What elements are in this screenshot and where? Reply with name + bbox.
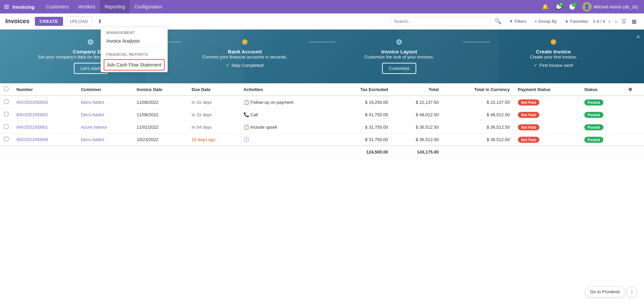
page-wrapper: Invoices CREATE UPLOAD ⬇ 🔍 ▼ Filters ≡ G… — [0, 13, 644, 304]
groupby-button[interactable]: ≡ Group By — [531, 17, 560, 26]
row-number-3[interactable]: INV/2022/00004 — [12, 133, 77, 146]
chat-btn[interactable]: 💬 5 — [553, 1, 564, 12]
step-create-title: Create Invoice — [536, 49, 571, 54]
go-to-frontend-button[interactable]: Go to Frontend — [585, 286, 625, 297]
user-name: Mitchell Admin (db_16) — [594, 4, 638, 9]
step-invoice-layout: Invoice Layout Customize the look of you… — [335, 39, 463, 74]
header-invoice-date[interactable]: Invoice Date — [132, 83, 187, 96]
apps-icon[interactable]: ⊞ — [4, 3, 9, 10]
row-checkbox-3 — [0, 133, 12, 146]
nav-vendors[interactable]: Vendors — [73, 0, 100, 13]
header-customer[interactable]: Customer — [77, 83, 132, 96]
row-customer-0[interactable]: Deco Addict — [77, 96, 132, 108]
row-total-currency-3: $ 36,512.50 — [443, 133, 514, 146]
nav-reporting[interactable]: Reporting — [100, 0, 130, 13]
header-total-currency[interactable]: Total in Currency — [443, 83, 514, 96]
row-customer-3[interactable]: Deco Addict — [77, 133, 132, 146]
select-all-checkbox[interactable] — [4, 87, 8, 91]
row-total-currency-1: $ 48,012.50 — [443, 108, 514, 121]
banner-close-button[interactable]: × — [636, 34, 640, 41]
favorites-button[interactable]: ★ Favorites — [561, 17, 591, 26]
header-due-date[interactable]: Due Date — [187, 83, 239, 96]
row-number-1[interactable]: INV/2022/00002 — [12, 108, 77, 121]
row-payment-status-3: Not Paid — [514, 133, 580, 146]
step-bank-desc: Connect your financial accounts in secon… — [202, 54, 287, 59]
prev-page-button[interactable]: ‹ — [607, 18, 611, 25]
download-button[interactable]: ⬇ — [95, 16, 105, 27]
nav-customers[interactable]: Customers — [41, 0, 73, 13]
header-status[interactable]: Status — [580, 83, 624, 96]
step-bank-completed: ✓ Step Completed! — [226, 63, 264, 68]
header-checkbox-col — [0, 83, 12, 96]
step-create-invoice: ✓ Create Invoice Create your first invoi… — [490, 39, 617, 68]
row-total-2: $ 36,512.50 — [392, 121, 443, 133]
table-footer: 124,500.00 143,175.00 — [0, 146, 644, 158]
step-layout-title: Invoice Layout — [381, 49, 417, 54]
row-status-0: Posted — [580, 96, 624, 108]
row-due-date-3: 15 days ago — [187, 133, 239, 146]
row-select-0[interactable] — [4, 99, 8, 104]
header-tax-excluded[interactable]: Tax Excluded — [334, 83, 392, 96]
row-invoice-date-3: 10/23/2022 — [132, 133, 187, 146]
dropdown-item-invoice-analysis[interactable]: Invoice Analysis — [101, 36, 167, 46]
step-line-2 — [309, 42, 335, 42]
header-settings[interactable]: ⚙ — [624, 83, 644, 96]
filters-button[interactable]: ▼ Filters — [505, 17, 530, 26]
row-checkbox-1 — [0, 108, 12, 121]
header-number[interactable]: Number — [12, 83, 77, 96]
clock-btn[interactable]: 🕐 1 — [567, 1, 578, 12]
table-row: INV/2022/00004 Deco Addict 10/23/2022 15… — [0, 133, 644, 146]
dropdown-item-cashflow[interactable]: Adv Cash Flow Statement — [104, 59, 165, 71]
nav-menu: Customers Vendors Reporting Configuratio… — [41, 0, 167, 13]
row-select-1[interactable] — [4, 112, 8, 116]
filter-icon: ▼ — [509, 19, 513, 24]
step-layout-button[interactable]: Customize — [382, 63, 416, 74]
row-customer-1[interactable]: Deco Addict — [77, 108, 132, 121]
header-activities[interactable]: Activities — [239, 83, 334, 96]
upload-button[interactable]: UPLOAD — [66, 16, 92, 26]
row-activity-2: 📋 Include upsell — [239, 121, 334, 133]
search-input[interactable] — [390, 17, 491, 26]
step-layout-desc: Customize the look of your invoices. — [364, 54, 434, 59]
toolbar-right: 🔍 ▼ Filters ≡ Group By ★ Favorites 1-4 /… — [390, 17, 639, 26]
list-view-button[interactable]: ☰ — [620, 17, 628, 26]
row-select-2[interactable] — [4, 124, 8, 129]
row-payment-status-2: Not Paid — [514, 121, 580, 133]
row-activity-3: 🕐 — [239, 133, 334, 146]
row-number-0[interactable]: INV/2022/00003 — [12, 96, 77, 108]
go-to-frontend-menu-button[interactable]: ⋮ — [627, 287, 637, 297]
step-bank-title: Bank Account — [228, 49, 262, 54]
row-actions-1 — [624, 108, 644, 121]
go-to-frontend-container: Go to Frontend ⋮ — [585, 286, 637, 297]
reporting-dropdown: Management Invoice Analysis Financial re… — [101, 27, 168, 72]
row-invoice-date-1: 11/08/2022 — [132, 108, 187, 121]
create-button[interactable]: CREATE — [35, 17, 63, 26]
row-tax-excluded-0: $ 19,250.00 — [334, 96, 392, 108]
page-title: Invoices — [5, 18, 30, 25]
user-menu[interactable]: 👤 Mitchell Admin (db_16) — [580, 0, 640, 13]
brand-name[interactable]: Invoicing — [12, 4, 35, 10]
row-select-3[interactable] — [4, 137, 8, 141]
nav-configuration[interactable]: Configuration — [130, 0, 167, 13]
row-total-currency-0: $ 22,137.50 — [443, 96, 514, 108]
header-payment-status[interactable]: Payment Status — [514, 83, 580, 96]
notifications-btn[interactable]: 🔔 — [540, 1, 551, 12]
pagination: 1-4 / 4 ‹ › — [593, 18, 618, 25]
row-actions-3 — [624, 133, 644, 146]
row-actions-0 — [624, 96, 644, 108]
search-icon[interactable]: 🔍 — [492, 17, 504, 26]
row-number-2[interactable]: INV/2022/00001 — [12, 121, 77, 133]
row-tax-excluded-1: $ 41,750.00 — [334, 108, 392, 121]
next-page-button[interactable]: › — [614, 18, 618, 25]
row-activity-1: 📞 Call — [239, 108, 334, 121]
dropdown-section-financial: Financial reports — [101, 49, 167, 58]
star-icon: ★ — [565, 19, 569, 24]
table-row: INV/2022/00001 Azure Interior 11/01/2022… — [0, 121, 644, 133]
row-total-1: $ 48,012.50 — [392, 108, 443, 121]
grid-view-button[interactable]: ▦ — [630, 17, 639, 26]
row-customer-2[interactable]: Azure Interior — [77, 121, 132, 133]
table-footer-row: 124,500.00 143,175.00 — [0, 146, 644, 158]
row-total-0: $ 22,137.50 — [392, 96, 443, 108]
header-total[interactable]: Total — [392, 83, 443, 96]
checkmark-icon-2: ✓ — [534, 63, 537, 68]
